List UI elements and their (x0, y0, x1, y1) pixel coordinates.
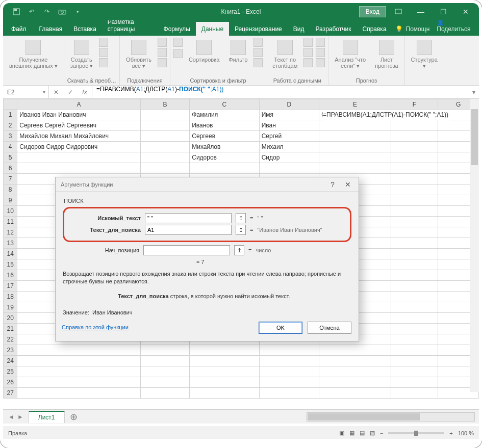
cell[interactable] (391, 227, 438, 238)
arg1-input[interactable] (145, 213, 232, 223)
name-box[interactable]: E2 (3, 86, 49, 98)
cell[interactable] (391, 174, 438, 185)
qat-more-icon[interactable]: ▾ (73, 8, 82, 16)
cell[interactable] (140, 377, 190, 388)
dialog-help-icon[interactable]: ? (325, 180, 340, 189)
zoom-in-icon[interactable]: + (449, 430, 452, 436)
tab-prev-icon[interactable]: ◄ (8, 413, 14, 420)
cell[interactable] (140, 142, 190, 152)
col-header[interactable]: B (140, 99, 190, 110)
tab-formulas[interactable]: Формулы (158, 22, 196, 36)
sort-button[interactable]: Сортировка (186, 38, 222, 65)
camera-icon[interactable] (58, 8, 66, 16)
cell[interactable] (319, 377, 391, 388)
row-header[interactable]: 27 (4, 388, 17, 399)
redo-icon[interactable]: ↷ (43, 8, 51, 16)
relationships-icon[interactable] (316, 48, 325, 57)
cell[interactable] (319, 142, 391, 152)
ok-button[interactable]: OK (259, 322, 302, 334)
cell[interactable] (391, 366, 438, 377)
maximize-icon[interactable]: ☐ (433, 4, 453, 20)
cell[interactable] (391, 152, 438, 163)
zoom-slider[interactable] (388, 432, 444, 434)
function-help-link[interactable]: Справка по этой функции (62, 324, 129, 330)
cell[interactable] (259, 377, 319, 388)
sort-asc-icon[interactable] (173, 38, 183, 47)
cell[interactable] (319, 120, 391, 131)
cell[interactable]: Иван (259, 120, 319, 131)
expand-formula-icon[interactable]: ▾ (469, 86, 479, 98)
formula-input[interactable]: =ПРАВСИМВ(A1;ДЛСТР(A1)-ПОИСК(" ";A1)) (92, 86, 469, 98)
minimize-icon[interactable]: — (411, 4, 431, 20)
clear-filter-icon[interactable] (253, 38, 263, 47)
cell[interactable] (259, 388, 319, 399)
cell[interactable] (17, 152, 140, 163)
reapply-icon[interactable] (253, 48, 263, 57)
recent-sources-icon[interactable] (99, 58, 108, 67)
row-header[interactable]: 18 (4, 292, 17, 302)
cell[interactable] (190, 388, 259, 399)
cell[interactable]: Сергей (259, 131, 319, 142)
tab-view[interactable]: Вид (288, 22, 310, 36)
save-icon[interactable] (12, 8, 20, 16)
cell[interactable] (140, 152, 190, 163)
zoom-out-icon[interactable]: − (380, 430, 383, 436)
cell[interactable] (319, 366, 391, 377)
row-header[interactable]: 2 (4, 120, 17, 131)
cell[interactable] (140, 366, 190, 377)
cell[interactable] (17, 366, 140, 377)
cell[interactable] (391, 270, 438, 281)
login-button[interactable]: Вход (359, 6, 386, 17)
cell[interactable] (391, 313, 438, 324)
cell[interactable] (140, 388, 190, 399)
cell[interactable] (17, 356, 140, 366)
cell[interactable]: Михайлов (190, 142, 259, 152)
sort-desc-icon[interactable] (173, 49, 183, 58)
cell[interactable] (391, 281, 438, 292)
row-header[interactable]: 26 (4, 377, 17, 388)
remove-dups-icon[interactable] (303, 48, 313, 57)
row-header[interactable]: 15 (4, 259, 17, 270)
cell[interactable] (391, 238, 438, 249)
tab-developer[interactable]: Разработчик (310, 22, 357, 36)
row-header[interactable]: 6 (4, 163, 17, 174)
row-header[interactable]: 14 (4, 249, 17, 259)
cell[interactable] (140, 163, 190, 174)
range-picker-icon[interactable]: ↥ (236, 225, 246, 235)
cell[interactable]: Сергеев Сергей Сергеевич (17, 120, 140, 131)
new-query-button[interactable]: Создать запрос ▾ (67, 38, 96, 71)
row-header[interactable]: 23 (4, 345, 17, 356)
refresh-all-button[interactable]: Обновить всё ▾ (123, 38, 155, 71)
cell[interactable] (190, 163, 259, 174)
cell[interactable] (140, 345, 190, 356)
row-header[interactable]: 1 (4, 110, 17, 120)
horizontal-scrollbar[interactable] (307, 412, 475, 421)
cell[interactable] (391, 163, 438, 174)
cell[interactable] (391, 142, 438, 152)
scroll-thumb[interactable] (471, 109, 478, 165)
cell[interactable] (391, 195, 438, 206)
row-header[interactable]: 5 (4, 152, 17, 163)
close-icon[interactable]: ✕ (455, 4, 476, 20)
tell-me[interactable]: 💡Помощн (395, 25, 430, 36)
cancel-formula-icon[interactable]: ✕ (49, 89, 63, 96)
row-header[interactable]: 13 (4, 238, 17, 249)
dialog-close-icon[interactable]: ✕ (340, 180, 356, 189)
select-all-cell[interactable] (4, 99, 17, 110)
cell[interactable] (319, 345, 391, 356)
filter-button[interactable]: Фильтр (225, 38, 250, 65)
col-header[interactable]: E (319, 99, 391, 110)
get-external-data-button[interactable]: Получение внешних данных ▾ (6, 38, 61, 71)
cell[interactable] (319, 163, 391, 174)
whatif-button[interactable]: Анализ "что если" ▾ (332, 38, 369, 71)
cell[interactable] (140, 120, 190, 131)
row-header[interactable]: 4 (4, 142, 17, 152)
cell[interactable] (391, 259, 438, 270)
cell[interactable] (259, 366, 319, 377)
cell[interactable]: Иванов (190, 120, 259, 131)
show-queries-icon[interactable] (99, 38, 108, 47)
cell[interactable]: Сидоров (190, 152, 259, 163)
row-header[interactable]: 17 (4, 281, 17, 292)
accept-formula-icon[interactable]: ✓ (63, 89, 78, 96)
record-macro-icon[interactable]: ▣ (339, 430, 344, 436)
